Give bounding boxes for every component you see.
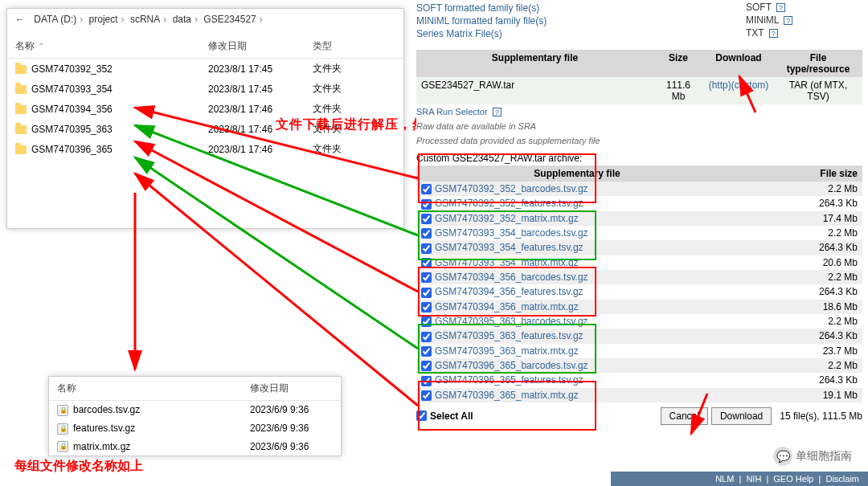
file-link[interactable]: GSM7470396_365_barcodes.tsv.gz: [435, 360, 588, 371]
col-name[interactable]: 名称: [49, 377, 242, 401]
file-link[interactable]: GSM7470393_354_barcodes.tsv.gz: [435, 227, 588, 239]
file-link[interactable]: GSM7470395_363_matrix.mtx.gz: [435, 345, 579, 357]
note-text: Processed data provided as supplementary…: [416, 133, 862, 148]
format-label: TXT: [746, 27, 764, 39]
supp-file-row: GSE234527_RAW.tar 111.6 Mb (http)(custom…: [416, 77, 862, 104]
file-date: 2023/8/1 17:45: [200, 59, 305, 80]
file-type: TAR (of MTX, TSV): [774, 77, 862, 104]
file-checkbox[interactable]: [421, 258, 432, 268]
file-checkbox[interactable]: [421, 288, 432, 298]
file-type: 文件夹: [305, 59, 403, 80]
link-soft[interactable]: SOFT formatted family file(s): [416, 2, 746, 14]
breadcrumb-item[interactable]: GSE234527: [203, 14, 256, 25]
file-link[interactable]: GSM7470393_354_features.tsv.gz: [435, 242, 583, 253]
file-size: 23.7 Mb: [738, 344, 862, 358]
table-row: GSM7470395_363_barcodes.tsv.gz2.2 Mb: [416, 314, 862, 329]
file-link[interactable]: GSM7470392_352_matrix.mtx.gz: [435, 213, 579, 224]
file-checkbox[interactable]: [421, 243, 432, 254]
table-row[interactable]: barcodes.tsv.gz2023/6/9 9:36: [49, 401, 341, 419]
footer-link[interactable]: GEO Help: [773, 474, 813, 484]
select-all-label: Select All: [430, 410, 473, 422]
file-size: 111.6 Mb: [653, 77, 703, 104]
file-link[interactable]: GSM7470394_356_barcodes.tsv.gz: [435, 272, 588, 283]
file-name: GSM7470394_356: [31, 104, 113, 115]
file-size: 19.1 Mb: [738, 388, 862, 402]
footer-link[interactable]: Disclaim: [825, 474, 859, 484]
file-checkbox[interactable]: [421, 390, 432, 401]
col-name[interactable]: 名称: [7, 35, 200, 59]
geo-panel: SOFT formatted family file(s)SOFT ? MINi…: [416, 0, 862, 486]
file-name: GSM7470392_352: [31, 63, 113, 75]
col-date[interactable]: 修改日期: [200, 35, 305, 59]
col-header: Size: [653, 50, 703, 77]
table-row[interactable]: features.tsv.gz2023/6/9 9:36: [49, 419, 341, 438]
archive-table: Supplementary fileFile size GSM7470392_3…: [416, 165, 862, 402]
file-link[interactable]: GSM7470394_356_matrix.mtx.gz: [435, 301, 579, 312]
table-row[interactable]: matrix.mtx.gz2023/6/9 9:36: [49, 438, 341, 456]
file-link[interactable]: GSM7470394_356_features.tsv.gz: [435, 286, 583, 297]
file-name: GSE234527_RAW.tar: [416, 77, 653, 104]
download-custom-link[interactable]: (custom): [731, 80, 769, 91]
file-checkbox[interactable]: [421, 184, 432, 194]
table-row[interactable]: GSM7470392_3522023/8/1 17:45文件夹: [7, 59, 403, 80]
back-icon[interactable]: ←: [15, 14, 31, 30]
format-label: MINiML: [746, 14, 779, 26]
folder-icon: [15, 65, 27, 74]
file-size: 264.3 Kb: [738, 284, 862, 299]
file-date: 2023/6/9 9:36: [242, 419, 341, 438]
link-miniml[interactable]: MINiML formatted family file(s): [416, 14, 746, 27]
footer-link[interactable]: NLM: [715, 474, 734, 484]
watermark: 💬 单细胞指南: [773, 447, 852, 466]
file-checkbox[interactable]: [421, 214, 432, 224]
file-name: matrix.mtx.gz: [73, 441, 130, 452]
file-size: 2.2 Mb: [738, 182, 862, 196]
file-checkbox[interactable]: [421, 228, 432, 239]
table-row[interactable]: GSM7470393_3542023/8/1 17:45文件夹: [7, 79, 403, 99]
breadcrumb[interactable]: ← DATA (D:)› project› scRNA› data› GSE23…: [7, 9, 403, 35]
file-checkbox[interactable]: [421, 199, 432, 210]
help-icon[interactable]: ?: [776, 3, 785, 12]
file-name: barcodes.tsv.gz: [73, 404, 140, 415]
file-link[interactable]: GSM7470392_352_barcodes.tsv.gz: [435, 183, 588, 194]
file-checkbox[interactable]: [421, 317, 432, 327]
footer-link[interactable]: NIH: [746, 474, 761, 484]
download-http-link[interactable]: (http): [709, 80, 731, 91]
file-checkbox[interactable]: [421, 332, 432, 342]
file-size: 264.3 Kb: [738, 240, 862, 255]
breadcrumb-item[interactable]: data: [173, 14, 191, 25]
file-link[interactable]: GSM7470395_363_barcodes.tsv.gz: [435, 316, 588, 327]
file-checkbox[interactable]: [421, 302, 432, 312]
breadcrumb-item[interactable]: scRNA: [130, 14, 160, 25]
file-link[interactable]: GSM7470395_363_features.tsv.gz: [435, 330, 583, 341]
table-row: GSM7470396_365_barcodes.tsv.gz2.2 Mb: [416, 358, 862, 373]
download-button[interactable]: Download: [711, 407, 772, 425]
file-link[interactable]: GSM7470392_352_features.tsv.gz: [435, 198, 583, 209]
link-matrix[interactable]: Series Matrix File(s): [416, 27, 746, 40]
file-size: 2.2 Mb: [738, 314, 862, 329]
breadcrumb-item[interactable]: project: [89, 14, 118, 25]
breadcrumb-item[interactable]: DATA (D:): [34, 14, 76, 25]
footer: NLM | NIH | GEO Help | Disclaim: [611, 472, 868, 486]
table-row: GSM7470394_356_matrix.mtx.gz18.6 Mb: [416, 300, 862, 314]
annotation-text: 每组文件修改名称如上: [14, 458, 143, 475]
folder-icon: [15, 145, 27, 154]
file-checkbox[interactable]: [421, 346, 432, 357]
file-link[interactable]: GSM7470393_354_matrix.mtx.gz: [435, 257, 579, 268]
select-all-checkbox[interactable]: [416, 410, 427, 421]
file-checkbox[interactable]: [421, 272, 432, 283]
file-checkbox[interactable]: [421, 361, 432, 371]
file-checkbox[interactable]: [421, 376, 432, 386]
col-header: File size: [738, 165, 862, 182]
col-date[interactable]: 修改日期: [242, 377, 341, 401]
col-type[interactable]: 类型: [305, 35, 403, 59]
file-size: 17.4 Mb: [738, 211, 862, 226]
sra-link[interactable]: SRA Run Selector: [416, 107, 488, 116]
help-icon[interactable]: ?: [493, 108, 502, 116]
table-row: GSM7470392_352_features.tsv.gz264.3 Kb: [416, 196, 862, 210]
cancel-button[interactable]: Cancel: [661, 407, 708, 425]
file-link[interactable]: GSM7470396_365_features.tsv.gz: [435, 374, 583, 386]
file-link[interactable]: GSM7470396_365_matrix.mtx.gz: [435, 390, 579, 401]
help-icon[interactable]: ?: [784, 16, 792, 25]
table-row[interactable]: GSM7470396_3652023/8/1 17:46文件夹: [7, 139, 403, 159]
help-icon[interactable]: ?: [769, 29, 778, 38]
